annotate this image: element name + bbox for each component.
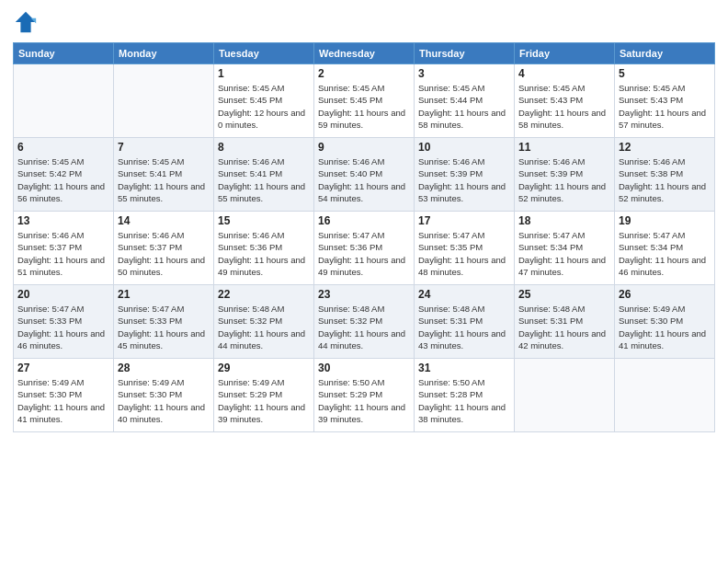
day-cell: 28Sunrise: 5:49 AM Sunset: 5:30 PM Dayli… [114,359,214,432]
day-cell: 27Sunrise: 5:49 AM Sunset: 5:30 PM Dayli… [14,359,114,432]
day-info: Sunrise: 5:48 AM Sunset: 5:31 PM Dayligh… [518,303,610,351]
day-cell: 12Sunrise: 5:46 AM Sunset: 5:38 PM Dayli… [615,138,715,212]
day-info: Sunrise: 5:49 AM Sunset: 5:30 PM Dayligh… [619,303,711,351]
day-number: 26 [619,288,711,301]
day-cell: 23Sunrise: 5:48 AM Sunset: 5:32 PM Dayli… [314,285,415,359]
header-day-friday: Friday [515,43,615,64]
calendar-body: 1Sunrise: 5:45 AM Sunset: 5:45 PM Daylig… [14,64,715,432]
day-cell: 7Sunrise: 5:45 AM Sunset: 5:41 PM Daylig… [114,138,214,212]
day-info: Sunrise: 5:46 AM Sunset: 5:39 PM Dayligh… [518,155,610,204]
day-cell: 15Sunrise: 5:46 AM Sunset: 5:36 PM Dayli… [214,212,314,285]
day-number: 19 [619,214,711,227]
day-cell: 9Sunrise: 5:46 AM Sunset: 5:40 PM Daylig… [314,138,415,212]
day-info: Sunrise: 5:47 AM Sunset: 5:36 PM Dayligh… [318,229,410,278]
day-info: Sunrise: 5:45 AM Sunset: 5:45 PM Dayligh… [318,82,410,131]
day-info: Sunrise: 5:45 AM Sunset: 5:43 PM Dayligh… [518,82,610,131]
header-day-monday: Monday [114,43,214,64]
day-number: 31 [418,362,510,374]
day-number: 11 [518,141,610,154]
day-number: 30 [318,362,410,374]
day-info: Sunrise: 5:46 AM Sunset: 5:38 PM Dayligh… [619,155,711,204]
day-number: 13 [17,214,109,227]
day-info: Sunrise: 5:47 AM Sunset: 5:33 PM Dayligh… [118,303,210,351]
day-number: 5 [619,67,711,80]
day-cell: 1Sunrise: 5:45 AM Sunset: 5:45 PM Daylig… [214,64,314,138]
day-number: 10 [418,141,510,154]
day-cell: 5Sunrise: 5:45 AM Sunset: 5:43 PM Daylig… [615,64,715,138]
day-info: Sunrise: 5:50 AM Sunset: 5:28 PM Dayligh… [418,376,510,425]
day-cell: 6Sunrise: 5:45 AM Sunset: 5:42 PM Daylig… [14,138,114,212]
day-info: Sunrise: 5:46 AM Sunset: 5:41 PM Dayligh… [218,155,310,204]
week-row-1: 1Sunrise: 5:45 AM Sunset: 5:45 PM Daylig… [14,64,715,138]
day-cell: 14Sunrise: 5:46 AM Sunset: 5:37 PM Dayli… [114,212,214,285]
day-info: Sunrise: 5:48 AM Sunset: 5:32 PM Dayligh… [218,303,310,351]
header-day-sunday: Sunday [14,43,114,64]
header-day-saturday: Saturday [615,43,715,64]
day-info: Sunrise: 5:45 AM Sunset: 5:43 PM Dayligh… [619,82,711,131]
day-number: 14 [118,214,210,227]
day-cell: 3Sunrise: 5:45 AM Sunset: 5:44 PM Daylig… [415,64,515,138]
day-number: 25 [518,288,610,301]
week-row-5: 27Sunrise: 5:49 AM Sunset: 5:30 PM Dayli… [14,359,715,432]
day-number: 23 [318,288,410,301]
day-info: Sunrise: 5:48 AM Sunset: 5:32 PM Dayligh… [318,303,410,351]
day-info: Sunrise: 5:50 AM Sunset: 5:29 PM Dayligh… [318,376,410,425]
day-info: Sunrise: 5:47 AM Sunset: 5:35 PM Dayligh… [418,229,510,278]
week-row-3: 13Sunrise: 5:46 AM Sunset: 5:37 PM Dayli… [14,212,715,285]
week-row-2: 6Sunrise: 5:45 AM Sunset: 5:42 PM Daylig… [14,138,715,212]
day-number: 28 [118,362,210,374]
day-cell: 4Sunrise: 5:45 AM Sunset: 5:43 PM Daylig… [515,64,615,138]
day-info: Sunrise: 5:46 AM Sunset: 5:39 PM Dayligh… [418,155,510,204]
day-number: 8 [218,141,310,154]
header-day-wednesday: Wednesday [314,43,415,64]
day-cell: 16Sunrise: 5:47 AM Sunset: 5:36 PM Dayli… [314,212,415,285]
day-cell: 21Sunrise: 5:47 AM Sunset: 5:33 PM Dayli… [114,285,214,359]
day-number: 9 [318,141,410,154]
calendar-header: SundayMondayTuesdayWednesdayThursdayFrid… [14,43,715,64]
logo-icon [13,9,39,35]
day-cell: 30Sunrise: 5:50 AM Sunset: 5:29 PM Dayli… [314,359,415,432]
day-info: Sunrise: 5:48 AM Sunset: 5:31 PM Dayligh… [418,303,510,351]
day-cell [515,359,615,432]
day-number: 3 [418,67,510,80]
day-info: Sunrise: 5:49 AM Sunset: 5:29 PM Dayligh… [218,376,310,425]
day-info: Sunrise: 5:45 AM Sunset: 5:44 PM Dayligh… [418,82,510,131]
day-cell: 18Sunrise: 5:47 AM Sunset: 5:34 PM Dayli… [515,212,615,285]
header-row: SundayMondayTuesdayWednesdayThursdayFrid… [14,43,715,64]
day-number: 4 [518,67,610,80]
day-number: 2 [318,67,410,80]
calendar-table: SundayMondayTuesdayWednesdayThursdayFrid… [13,42,715,432]
day-number: 21 [118,288,210,301]
day-number: 27 [17,362,109,374]
day-cell: 2Sunrise: 5:45 AM Sunset: 5:45 PM Daylig… [314,64,415,138]
day-cell: 20Sunrise: 5:47 AM Sunset: 5:33 PM Dayli… [14,285,114,359]
day-info: Sunrise: 5:45 AM Sunset: 5:45 PM Dayligh… [218,82,310,131]
day-info: Sunrise: 5:46 AM Sunset: 5:37 PM Dayligh… [118,229,210,278]
day-cell: 25Sunrise: 5:48 AM Sunset: 5:31 PM Dayli… [515,285,615,359]
day-number: 20 [17,288,109,301]
day-number: 24 [418,288,510,301]
day-info: Sunrise: 5:46 AM Sunset: 5:36 PM Dayligh… [218,229,310,278]
day-cell: 19Sunrise: 5:47 AM Sunset: 5:34 PM Dayli… [615,212,715,285]
day-info: Sunrise: 5:47 AM Sunset: 5:34 PM Dayligh… [518,229,610,278]
header-day-tuesday: Tuesday [214,43,314,64]
day-number: 7 [118,141,210,154]
header [13,9,715,35]
day-info: Sunrise: 5:46 AM Sunset: 5:40 PM Dayligh… [318,155,410,204]
week-row-4: 20Sunrise: 5:47 AM Sunset: 5:33 PM Dayli… [14,285,715,359]
day-info: Sunrise: 5:47 AM Sunset: 5:33 PM Dayligh… [17,303,109,351]
day-number: 16 [318,214,410,227]
header-day-thursday: Thursday [415,43,515,64]
day-cell: 11Sunrise: 5:46 AM Sunset: 5:39 PM Dayli… [515,138,615,212]
day-cell: 17Sunrise: 5:47 AM Sunset: 5:35 PM Dayli… [415,212,515,285]
page: SundayMondayTuesdayWednesdayThursdayFrid… [0,0,728,563]
day-info: Sunrise: 5:49 AM Sunset: 5:30 PM Dayligh… [118,376,210,425]
day-cell [14,64,114,138]
day-info: Sunrise: 5:45 AM Sunset: 5:42 PM Dayligh… [17,155,109,204]
day-number: 22 [218,288,310,301]
day-number: 18 [518,214,610,227]
day-info: Sunrise: 5:46 AM Sunset: 5:37 PM Dayligh… [17,229,109,278]
day-cell: 24Sunrise: 5:48 AM Sunset: 5:31 PM Dayli… [415,285,515,359]
day-cell: 26Sunrise: 5:49 AM Sunset: 5:30 PM Dayli… [615,285,715,359]
day-cell: 10Sunrise: 5:46 AM Sunset: 5:39 PM Dayli… [415,138,515,212]
